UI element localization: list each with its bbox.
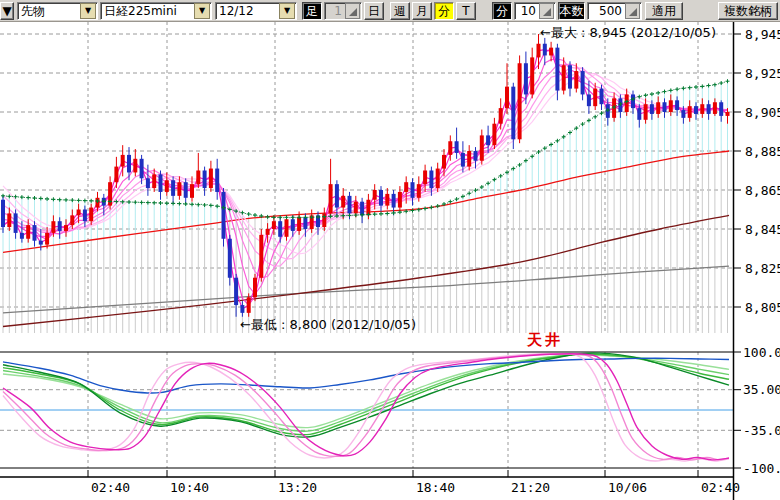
price-tick-label: 8,825 — [745, 261, 780, 276]
price-tick-label: 8,885 — [745, 144, 780, 159]
period-day-button[interactable]: 日 — [364, 2, 384, 20]
bars-spinner[interactable]: 500 — [587, 2, 642, 20]
symbol-combobox-value: 日経225mini — [101, 3, 193, 19]
interval-value: 10 — [515, 3, 538, 19]
time-tick-label: 18:40 — [416, 480, 455, 495]
time-tick-label: 10:40 — [170, 480, 209, 495]
dropdown-arrow-icon[interactable]: ▼ — [80, 3, 96, 19]
time-tick-label: 02:40 — [701, 480, 740, 495]
dropdown-arrow-icon[interactable]: ▼ — [194, 3, 210, 19]
ashi-count-value: 1 — [325, 3, 344, 19]
contract-month-combobox[interactable]: 12/12 ▼ — [215, 2, 297, 20]
time-tick-label: 13:20 — [278, 480, 317, 495]
bars-label: 本数 — [558, 2, 585, 20]
interval-label: 分 — [492, 2, 512, 20]
ashi-toggle-button[interactable]: 足 — [302, 2, 322, 20]
price-tick-label: 8,905 — [745, 105, 780, 120]
spinner-icon[interactable] — [345, 3, 360, 19]
price-tick-label: 8,805 — [745, 300, 780, 315]
spinner-icon[interactable] — [625, 3, 640, 19]
chart-canvas: 8,9458,9258,9058,8858,8658,8458,8258,805… — [0, 0, 780, 500]
multi-symbol-button[interactable]: 複数銘柄 — [718, 2, 778, 20]
dropdown-arrow-icon[interactable]: ▼ — [279, 3, 295, 19]
price-tick-label: 8,865 — [745, 183, 780, 198]
oscillator-tick-label: -35.00 — [743, 423, 780, 438]
market-combobox[interactable]: 先物 ▼ — [17, 2, 98, 20]
spinner-icon[interactable] — [539, 3, 554, 19]
price-tick-label: 8,925 — [745, 66, 780, 81]
ashi-count-spinner[interactable]: 1 — [324, 2, 362, 20]
apply-button[interactable]: 適用 — [645, 2, 683, 20]
period-month-button[interactable]: 月 — [412, 2, 432, 20]
period-week-button[interactable]: 週 — [390, 2, 410, 20]
symbol-combobox[interactable]: 日経225mini ▼ — [100, 2, 212, 20]
price-tick-label: 8,845 — [745, 222, 780, 237]
chart-application-window: 8,9458,9258,9058,8858,8658,8458,8258,805… — [0, 0, 780, 500]
interval-spinner[interactable]: 10 — [514, 2, 556, 20]
contract-month-combobox-value: 12/12 — [216, 3, 278, 19]
bars-value: 500 — [588, 3, 624, 19]
toolbar: ▼ 先物 ▼ 日経225mini ▼ 12/12 ▼ 足 1 日 週 月 分 T… — [0, 0, 780, 22]
min-price-annotation: ←最低 : 8,800 (2012/10/05) — [240, 316, 416, 334]
market-combobox-value: 先物 — [18, 3, 79, 19]
price-tick-label: 8,945 — [745, 27, 780, 42]
time-tick-label: 10/06 — [608, 480, 647, 495]
ceiling-annotation: 天井 — [527, 331, 563, 350]
time-tick-label: 21:20 — [511, 480, 550, 495]
history-dropdown-button[interactable]: ▼ — [0, 2, 14, 20]
max-price-annotation: ←最大 : 8,945 (2012/10/05) — [540, 24, 716, 42]
oscillator-tick-label: -100.00 — [743, 461, 780, 476]
period-tick-button[interactable]: T — [456, 2, 476, 20]
period-minute-button[interactable]: 分 — [434, 2, 454, 20]
time-tick-label: 02:40 — [91, 480, 130, 495]
oscillator-tick-label: 100.00 — [743, 345, 780, 360]
oscillator-tick-label: 35.00 — [743, 382, 780, 397]
